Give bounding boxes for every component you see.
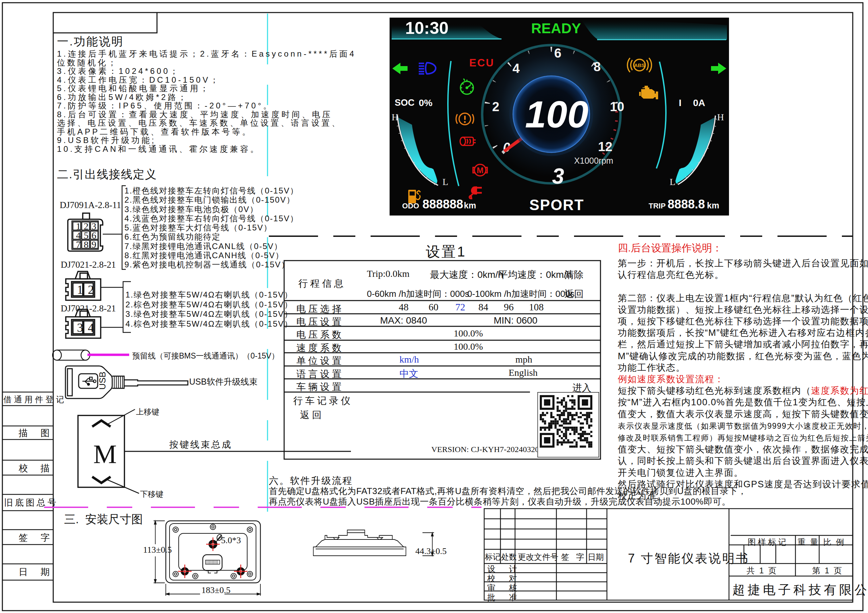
svg-text:0A: 0A: [693, 98, 705, 108]
svg-text:READY: READY: [531, 20, 581, 36]
svg-text:888888: 888888: [423, 197, 463, 211]
svg-text:2: 2: [492, 100, 499, 114]
svg-text:I: I: [679, 98, 682, 108]
svg-text:L: L: [670, 176, 676, 187]
svg-text:ABS: ABS: [634, 62, 645, 68]
svg-text:TRIP: TRIP: [649, 201, 666, 210]
svg-text:H: H: [717, 112, 724, 122]
svg-text:M: M: [477, 166, 484, 175]
svg-text:8: 8: [594, 60, 600, 74]
svg-text:10: 10: [610, 100, 624, 114]
svg-text:km: km: [464, 201, 476, 210]
svg-text:ODO: ODO: [402, 201, 419, 210]
svg-text:X1000rpm: X1000rpm: [574, 156, 613, 166]
svg-text:ECU: ECU: [469, 57, 494, 69]
svg-text:USB: USB: [97, 372, 107, 390]
svg-text:100: 100: [525, 93, 589, 136]
svg-text:6: 6: [554, 46, 561, 60]
svg-text:km: km: [707, 201, 719, 210]
svg-text:SOC: SOC: [395, 98, 415, 108]
svg-text:3: 3: [552, 164, 564, 189]
svg-text:0%: 0%: [419, 98, 432, 108]
svg-text:4: 4: [512, 61, 519, 76]
svg-text:L: L: [442, 176, 448, 187]
svg-text:12: 12: [598, 139, 612, 154]
svg-text:10:30: 10:30: [405, 19, 449, 38]
svg-text:SPORT: SPORT: [529, 197, 584, 213]
svg-text:8888.8: 8888.8: [668, 197, 705, 211]
